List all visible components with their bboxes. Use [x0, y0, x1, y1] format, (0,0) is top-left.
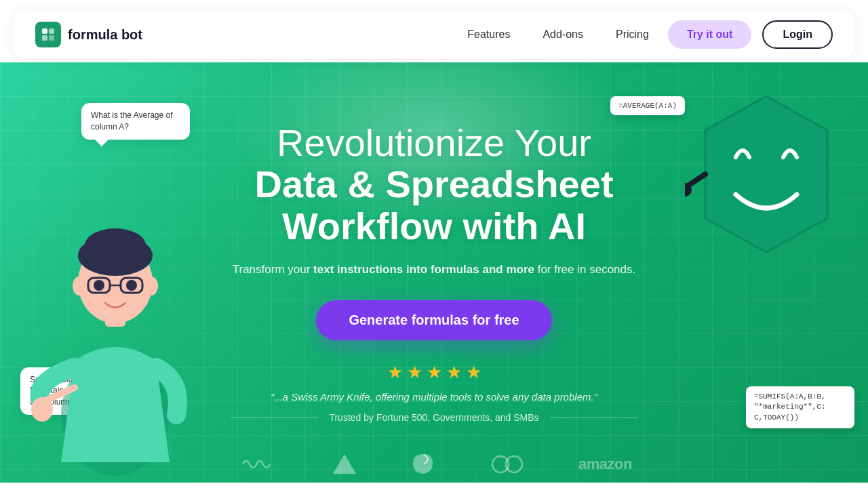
logo-wordmark: formula bot — [68, 27, 142, 43]
nav-addons[interactable]: Add-ons — [529, 22, 597, 47]
formula-bubble-1: =AVERAGE(A:A) — [610, 96, 685, 115]
svg-point-9 — [73, 277, 86, 296]
nav-links: Features Add-ons Pricing Try it out Logi… — [454, 20, 833, 49]
try-it-out-button[interactable]: Try it out — [668, 20, 752, 49]
star-2: ★ — [407, 362, 422, 383]
trusted-row: Trusted by Fortune 500, Governments, and… — [231, 412, 637, 423]
hero-title: Revolutionize Your Data & Spreadsheet Wo… — [231, 122, 637, 247]
trusted-text: Trusted by Fortune 500, Governments, and… — [318, 412, 549, 423]
svg-marker-21 — [333, 454, 356, 474]
navbar: formula bot Features Add-ons Pricing Try… — [14, 11, 854, 58]
star-1: ★ — [387, 362, 403, 383]
login-button[interactable]: Login — [762, 20, 833, 49]
logo-icon — [35, 22, 61, 47]
person-illustration — [20, 157, 210, 483]
testimonial-text: "...a Swiss Army Knife, offering multipl… — [231, 391, 637, 403]
logo[interactable]: formula bot — [35, 22, 142, 47]
chat-bubble-1: What is the Average of column A? — [81, 103, 190, 140]
star-4: ★ — [446, 362, 462, 383]
nav-features[interactable]: Features — [454, 22, 524, 47]
svg-point-14 — [94, 280, 104, 291]
svg-rect-1 — [49, 28, 54, 34]
svg-rect-3 — [49, 35, 54, 41]
hero-content: Revolutionize Your Data & Spreadsheet Wo… — [231, 122, 637, 424]
nav-pricing[interactable]: Pricing — [602, 22, 663, 47]
star-5: ★ — [466, 362, 481, 383]
star-3: ★ — [427, 362, 442, 383]
trusted-line-left — [231, 418, 318, 418]
svg-rect-2 — [42, 35, 47, 41]
brand-logo-3 — [412, 452, 436, 476]
trusted-line-right — [550, 418, 637, 418]
brand-logo-1 — [236, 454, 277, 474]
brand-logos: amazon — [0, 452, 868, 483]
svg-point-10 — [144, 277, 158, 296]
brand-logo-2 — [331, 452, 358, 476]
formula-bubble-2: =SUMIFS(A:A,B:B, "*marketing*",C: C,TODA… — [746, 386, 854, 428]
generate-formulas-button[interactable]: Generate formulas for free — [316, 300, 551, 340]
star-rating: ★ ★ ★ ★ ★ — [231, 362, 637, 383]
hero-section: What is the Average of column A? Sum of … — [0, 62, 868, 483]
brand-logo-4 — [490, 454, 524, 474]
svg-rect-0 — [42, 28, 47, 34]
robot-illustration — [685, 83, 848, 300]
svg-point-15 — [126, 280, 137, 291]
svg-point-8 — [85, 228, 146, 262]
brand-logo-amazon: amazon — [578, 455, 632, 473]
svg-marker-18 — [705, 96, 827, 252]
hero-subtitle: Transform your text instructions into fo… — [231, 260, 637, 279]
